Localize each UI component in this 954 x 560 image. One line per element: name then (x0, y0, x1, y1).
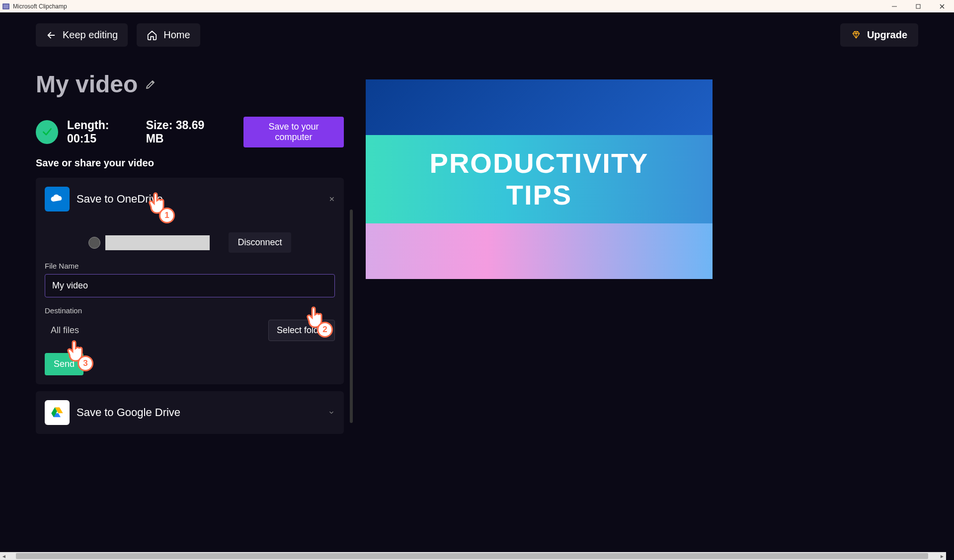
gdrive-title: Save to Google Drive (77, 406, 321, 419)
account-row: Disconnect (45, 232, 335, 253)
titlebar: Microsoft Clipchamp (0, 0, 954, 12)
save-to-computer-button[interactable]: Save to your computer (243, 117, 344, 147)
left-column: My video Length: 00:15 Size: 38.69 MB Sa… (36, 70, 344, 441)
preview-caption: PRODUCTIVITY TIPS (430, 147, 649, 211)
arrow-left-icon (46, 30, 57, 41)
home-icon (147, 30, 158, 41)
video-preview: PRODUCTIVITY TIPS (366, 79, 713, 279)
pencil-icon[interactable] (145, 78, 157, 90)
google-drive-icon (45, 400, 70, 425)
hscroll-thumb[interactable] (16, 553, 928, 559)
avatar (88, 237, 100, 249)
titlebar-app-name: Microsoft Clipchamp (13, 3, 888, 10)
share-heading: Save or share your video (36, 157, 344, 169)
status-row: Length: 00:15 Size: 38.69 MB Save to you… (36, 117, 344, 147)
video-title: My video (36, 70, 138, 98)
onedrive-panel: Save to OneDrive ✕ 1 Disconnect File Nam… (36, 178, 344, 384)
gdrive-panel[interactable]: Save to Google Drive (36, 391, 344, 434)
hscroll-right-arrow[interactable]: ► (938, 552, 946, 560)
file-name-label: File Name (45, 262, 335, 270)
panel-scrollbar[interactable] (350, 210, 353, 423)
window-close-button[interactable] (936, 0, 948, 12)
upgrade-label: Upgrade (867, 29, 907, 41)
diamond-icon (851, 30, 861, 40)
horizontal-scrollbar[interactable]: ◄ ► (0, 552, 946, 560)
destination-group: Destination All files Select folder 2 (45, 306, 335, 341)
main-area: My video Length: 00:15 Size: 38.69 MB Sa… (0, 47, 954, 441)
onedrive-icon (45, 187, 70, 211)
home-label: Home (163, 29, 190, 41)
svg-rect-1 (3, 4, 8, 8)
clipchamp-app-icon (2, 2, 10, 10)
preview-band-mid: PRODUCTIVITY TIPS (366, 135, 713, 223)
app-body: Keep editing Home Upgrade My video Lengt… (0, 12, 954, 560)
keep-editing-button[interactable]: Keep editing (36, 23, 128, 47)
video-title-row: My video (36, 70, 344, 98)
svg-rect-3 (916, 4, 920, 8)
destination-value: All files (45, 325, 261, 336)
select-folder-button[interactable]: Select folder (268, 320, 335, 341)
file-name-input[interactable] (45, 274, 335, 297)
chevron-down-icon (328, 409, 335, 416)
preview-band-bottom (366, 223, 713, 279)
home-button[interactable]: Home (137, 23, 200, 47)
preview-band-top (366, 79, 713, 135)
send-button[interactable]: Send (45, 353, 83, 375)
main-scroll[interactable]: Keep editing Home Upgrade My video Lengt… (0, 12, 954, 560)
account-email-redacted (105, 235, 210, 250)
window-maximize-button[interactable] (912, 0, 924, 12)
onedrive-header[interactable]: Save to OneDrive ✕ (45, 187, 335, 211)
close-icon[interactable]: ✕ (329, 195, 335, 203)
hscroll-left-arrow[interactable]: ◄ (0, 552, 8, 560)
upgrade-button[interactable]: Upgrade (840, 23, 918, 47)
window-minimize-button[interactable] (888, 0, 900, 12)
onedrive-title: Save to OneDrive (77, 193, 322, 206)
file-name-group: File Name (45, 262, 335, 297)
top-bar: Keep editing Home Upgrade (0, 12, 954, 47)
disconnect-button[interactable]: Disconnect (229, 232, 291, 253)
status-success-icon (36, 120, 58, 144)
keep-editing-label: Keep editing (63, 29, 118, 41)
length-label: Length: 00:15 (67, 119, 137, 145)
size-label: Size: 38.69 MB (146, 119, 221, 145)
destination-label: Destination (45, 306, 335, 315)
right-column: PRODUCTIVITY TIPS (366, 70, 954, 441)
